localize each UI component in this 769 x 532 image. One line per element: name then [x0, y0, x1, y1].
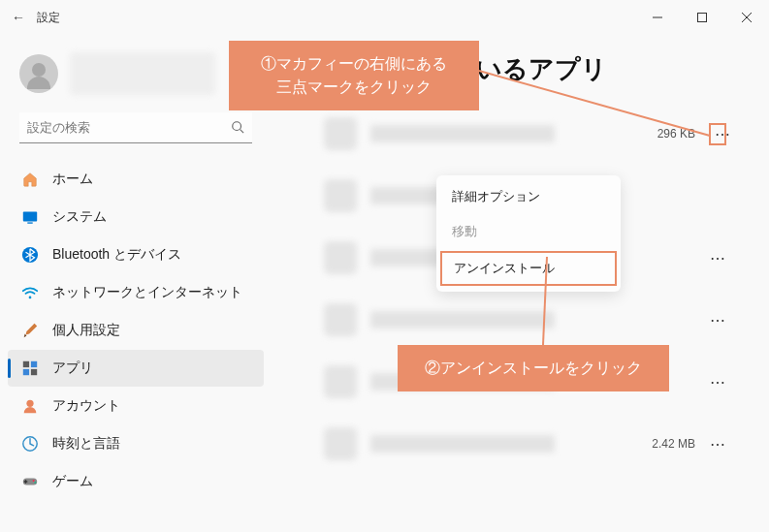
- app-icon-blurred: [324, 365, 357, 398]
- bluetooth-icon: [21, 246, 39, 264]
- brush-icon: [21, 322, 39, 339]
- menu-move: 移動: [436, 214, 621, 249]
- app-name-blurred: [370, 311, 555, 329]
- gamepad-icon: [21, 473, 39, 490]
- menu-uninstall[interactable]: アンインストール: [440, 251, 617, 286]
- avatar-icon: [19, 54, 58, 93]
- app-name-blurred: [370, 125, 555, 142]
- svg-point-17: [34, 482, 36, 484]
- apps-icon: [21, 360, 39, 377]
- annotation-callout-1: ①マカフィーの右側にある 三点マークをクリック: [229, 41, 479, 110]
- home-icon: [21, 171, 39, 188]
- nav-label: 時刻と言語: [52, 435, 120, 453]
- svg-point-13: [26, 400, 33, 407]
- minimize-button[interactable]: [635, 0, 680, 35]
- profile-name-blurred: [70, 52, 215, 95]
- nav-apps[interactable]: アプリ: [8, 350, 264, 387]
- svg-rect-9: [23, 361, 29, 367]
- system-icon: [21, 208, 39, 226]
- nav-label: ホーム: [52, 171, 93, 188]
- svg-rect-7: [27, 222, 32, 223]
- app-icon-blurred: [324, 303, 357, 336]
- maximize-button[interactable]: [680, 0, 724, 35]
- nav-accounts[interactable]: アカウント: [8, 388, 264, 424]
- svg-rect-1: [698, 14, 707, 22]
- search-icon: [231, 120, 244, 138]
- window-title: 設定: [37, 10, 60, 26]
- nav-gaming[interactable]: ゲーム: [8, 463, 264, 500]
- nav-label: アプリ: [52, 360, 93, 377]
- svg-point-16: [33, 480, 35, 482]
- nav-system[interactable]: システム: [8, 199, 264, 235]
- nav-home[interactable]: ホーム: [8, 161, 264, 198]
- more-options-icon[interactable]: ⋯: [709, 435, 726, 454]
- nav-personalization[interactable]: 個人用設定: [8, 312, 264, 349]
- nav-label: 個人用設定: [52, 322, 120, 339]
- close-button[interactable]: [724, 0, 769, 35]
- nav-label: システム: [52, 208, 107, 226]
- app-icon-blurred: [324, 117, 357, 150]
- more-options-icon[interactable]: ⋯: [709, 311, 726, 329]
- nav-bluetooth[interactable]: Bluetooth とデバイス: [8, 236, 264, 273]
- app-size: 2.42 MB: [652, 437, 695, 451]
- annotation-callout-2: ②アンインストールをクリック: [398, 345, 669, 391]
- nav-label: ゲーム: [52, 473, 93, 490]
- more-options-icon[interactable]: ⋯: [709, 373, 726, 391]
- nav-label: ネットワークとインターネット: [52, 284, 242, 301]
- back-arrow-icon[interactable]: ←: [12, 10, 25, 25]
- app-icon-blurred: [324, 427, 357, 460]
- context-menu: 詳細オプション 移動 アンインストール: [436, 175, 621, 292]
- app-row: 296 KB ⋯: [320, 108, 730, 160]
- svg-rect-12: [31, 369, 37, 375]
- nav-time-language[interactable]: 時刻と言語: [8, 425, 264, 462]
- svg-rect-6: [23, 212, 37, 222]
- account-icon: [21, 397, 39, 415]
- titlebar: ← 設定: [0, 0, 769, 35]
- app-icon-blurred: [324, 241, 357, 274]
- more-options-icon[interactable]: ⋯: [709, 123, 726, 145]
- menu-advanced-options[interactable]: 詳細オプション: [436, 179, 621, 214]
- app-size: 296 KB: [657, 127, 695, 141]
- nav-network[interactable]: ネットワークとインターネット: [8, 274, 264, 311]
- more-options-icon[interactable]: ⋯: [709, 249, 726, 267]
- globe-clock-icon: [21, 435, 39, 453]
- svg-rect-11: [23, 369, 29, 375]
- nav-label: アカウント: [52, 397, 120, 415]
- app-row: ⋯: [320, 294, 730, 346]
- search-input[interactable]: [19, 112, 252, 143]
- profile-section[interactable]: [8, 45, 264, 103]
- svg-point-4: [233, 122, 241, 131]
- svg-rect-10: [31, 361, 37, 367]
- app-row: 2.42 MB ⋯: [320, 418, 730, 470]
- nav-label: Bluetooth とデバイス: [52, 246, 181, 264]
- app-icon-blurred: [324, 179, 357, 212]
- wifi-icon: [21, 284, 39, 301]
- svg-line-5: [240, 130, 244, 134]
- search-box[interactable]: [19, 112, 252, 143]
- app-name-blurred: [370, 435, 555, 453]
